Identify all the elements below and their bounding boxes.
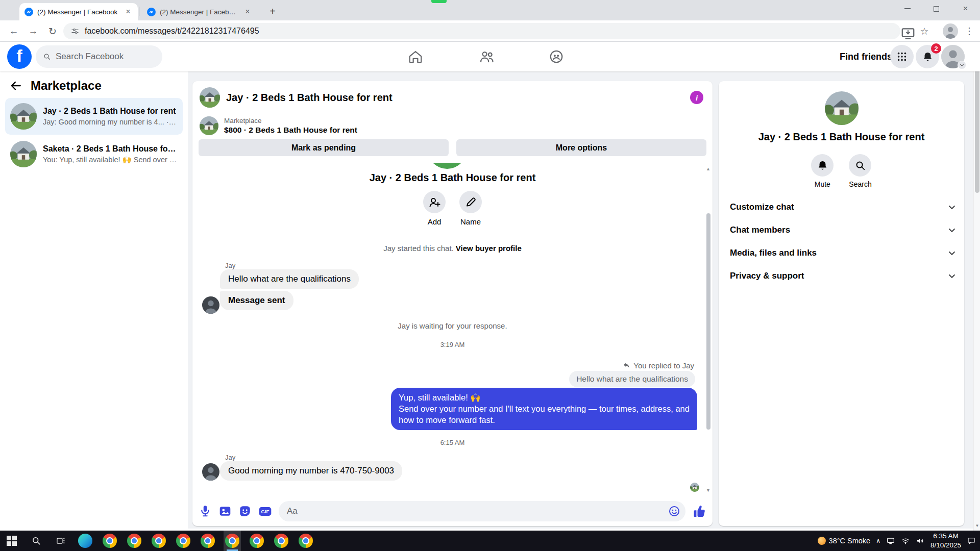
tab-close-icon[interactable]: × bbox=[243, 7, 252, 16]
conversation-info-button[interactable]: i bbox=[690, 91, 703, 104]
view-buyer-profile-link[interactable]: View buyer profile bbox=[456, 244, 522, 253]
waiting-note: Jay is waiting for your response. bbox=[192, 321, 713, 330]
chrome-taskbar-icon[interactable] bbox=[150, 531, 167, 551]
chrome-taskbar-icon[interactable] bbox=[101, 531, 118, 551]
emoji-icon[interactable] bbox=[668, 505, 680, 517]
find-friends-link[interactable]: Find friends bbox=[840, 42, 892, 71]
banner-label: Marketplace bbox=[224, 117, 357, 124]
scrollbar-thumb[interactable] bbox=[975, 55, 979, 193]
section-chat-members[interactable]: Chat members bbox=[719, 218, 964, 241]
action-center-icon[interactable] bbox=[967, 536, 976, 545]
conversation-item-saketa[interactable]: Saketa · 2 Beds 1 Bath House for re... Y… bbox=[5, 136, 183, 172]
browser-tab-2[interactable]: (2) Messenger | Facebook × bbox=[142, 3, 257, 20]
voice-clip-icon[interactable] bbox=[199, 505, 212, 518]
volume-tray-icon[interactable] bbox=[916, 536, 925, 545]
tab-close-icon[interactable]: × bbox=[124, 7, 133, 16]
site-settings-icon[interactable] bbox=[70, 27, 80, 36]
message-line: Send over your number and I'll text you … bbox=[399, 404, 690, 426]
page-scrollbar[interactable]: ▲ ▼ bbox=[973, 44, 980, 531]
new-tab-button[interactable]: + bbox=[265, 4, 280, 18]
edge-taskbar-icon[interactable] bbox=[77, 531, 94, 551]
tab-title: (2) Messenger | Facebook bbox=[160, 8, 239, 16]
address-bar[interactable]: facebook.com/messages/t/2422181231747649… bbox=[63, 23, 900, 39]
task-view-button[interactable] bbox=[52, 531, 69, 551]
chrome-taskbar-icon[interactable] bbox=[248, 531, 265, 551]
scroll-up-arrow[interactable]: ▲ bbox=[706, 167, 710, 171]
attach-photo-icon[interactable] bbox=[218, 505, 232, 518]
scroll-down-arrow[interactable]: ▼ bbox=[706, 488, 710, 493]
browser-menu-icon[interactable]: ⋮ bbox=[962, 23, 977, 39]
peer-profile-avatar bbox=[427, 163, 467, 169]
seen-receipt-avatar bbox=[690, 483, 699, 492]
install-app-icon[interactable] bbox=[900, 26, 916, 41]
taskbar-clock[interactable]: 6:35 AM 8/10/2025 bbox=[930, 532, 961, 549]
search-in-conversation-action[interactable]: Search bbox=[849, 154, 871, 188]
sticker-icon[interactable] bbox=[238, 505, 252, 518]
more-options-button[interactable]: More options bbox=[456, 139, 706, 156]
browser-tab-strip: (2) Messenger | Facebook × (2) Messenger… bbox=[0, 0, 980, 20]
browser-profile-avatar[interactable] bbox=[943, 23, 958, 39]
chrome-taskbar-icon-active[interactable] bbox=[224, 531, 241, 551]
section-label: Privacy & support bbox=[730, 271, 947, 281]
rename-chat-action[interactable]: Name bbox=[459, 191, 482, 226]
search-icon[interactable] bbox=[849, 154, 871, 177]
mute-action[interactable]: Mute bbox=[811, 154, 834, 188]
apps-menu-button[interactable] bbox=[890, 45, 914, 68]
page-content: Marketplace Jay · 2 Beds 1 Bath House fo… bbox=[0, 71, 980, 529]
start-button[interactable] bbox=[3, 531, 20, 551]
reload-button[interactable]: ↻ bbox=[44, 22, 61, 40]
chrome-taskbar-icon[interactable] bbox=[273, 531, 290, 551]
friends-tab-icon[interactable] bbox=[475, 44, 499, 69]
window-minimize-button[interactable] bbox=[893, 0, 922, 17]
taskbar-search-button[interactable] bbox=[28, 531, 45, 551]
chrome-taskbar-icon[interactable] bbox=[297, 531, 314, 551]
started-text: Jay started this chat. bbox=[383, 244, 454, 253]
tray-expand-chevron[interactable]: ∧ bbox=[876, 537, 880, 544]
add-member-action[interactable]: Add bbox=[423, 191, 446, 226]
bookmark-star-icon[interactable]: ☆ bbox=[917, 23, 932, 39]
marketplace-banner[interactable]: Marketplace $800 · 2 Beds 1 Bath House f… bbox=[192, 114, 713, 137]
scroll-down-arrow[interactable]: ▼ bbox=[974, 523, 980, 528]
gif-icon[interactable] bbox=[258, 505, 272, 518]
facebook-search[interactable]: Search Facebook bbox=[36, 45, 162, 68]
facebook-logo[interactable]: f bbox=[7, 44, 32, 69]
weather-widget[interactable]: 38°C Smoke bbox=[818, 537, 871, 545]
search-placeholder: Search Facebook bbox=[56, 52, 124, 62]
chat-avatar[interactable] bbox=[200, 87, 220, 108]
like-icon[interactable] bbox=[692, 504, 706, 518]
forward-button[interactable]: → bbox=[24, 22, 42, 40]
groups-tab-icon[interactable] bbox=[544, 44, 569, 69]
conversation-title: Jay · 2 Beds 1 Bath House for rent bbox=[43, 107, 178, 116]
section-privacy-support[interactable]: Privacy & support bbox=[719, 264, 964, 287]
chat-quick-actions: Add Name bbox=[192, 191, 713, 226]
chrome-taskbar-icon[interactable] bbox=[199, 531, 216, 551]
profile-avatar[interactable] bbox=[941, 45, 965, 68]
message-input[interactable]: Aa bbox=[279, 501, 685, 521]
network-tray-icon[interactable] bbox=[901, 536, 910, 545]
pencil-icon[interactable] bbox=[459, 191, 482, 213]
notifications-button[interactable]: 2 bbox=[916, 45, 939, 68]
conversation-item-jay[interactable]: Jay · 2 Beds 1 Bath House for rent Jay: … bbox=[5, 98, 183, 135]
notification-badge: 2 bbox=[931, 43, 941, 54]
home-tab-icon[interactable] bbox=[403, 44, 428, 69]
browser-tab-active[interactable]: (2) Messenger | Facebook × bbox=[19, 3, 138, 20]
window-maximize-button[interactable] bbox=[922, 0, 951, 17]
window-close-button[interactable]: × bbox=[951, 0, 980, 17]
back-arrow-icon[interactable] bbox=[9, 79, 22, 92]
message-input-placeholder: Aa bbox=[287, 506, 668, 516]
chrome-taskbar-icon[interactable] bbox=[126, 531, 143, 551]
message-scroll-area[interactable]: Jay · 2 Beds 1 Bath House for rent Add N… bbox=[192, 163, 713, 496]
bell-icon[interactable] bbox=[811, 154, 834, 177]
section-media-files-links[interactable]: Media, files and links bbox=[719, 241, 964, 264]
section-customize-chat[interactable]: Customize chat bbox=[719, 195, 964, 218]
mark-as-pending-button[interactable]: Mark as pending bbox=[199, 139, 449, 156]
message-line: Yup, still available! 🙌 bbox=[399, 392, 690, 404]
display-tray-icon[interactable] bbox=[886, 536, 895, 545]
back-button[interactable]: ← bbox=[5, 22, 22, 40]
panel-actions: Mute Search bbox=[811, 154, 871, 188]
person-add-icon[interactable] bbox=[423, 191, 446, 213]
name-label: Name bbox=[460, 217, 481, 226]
chat-scrollbar[interactable] bbox=[706, 213, 710, 430]
chat-started-note: Jay started this chat.View buyer profile bbox=[192, 244, 713, 253]
chrome-taskbar-icon[interactable] bbox=[175, 531, 192, 551]
